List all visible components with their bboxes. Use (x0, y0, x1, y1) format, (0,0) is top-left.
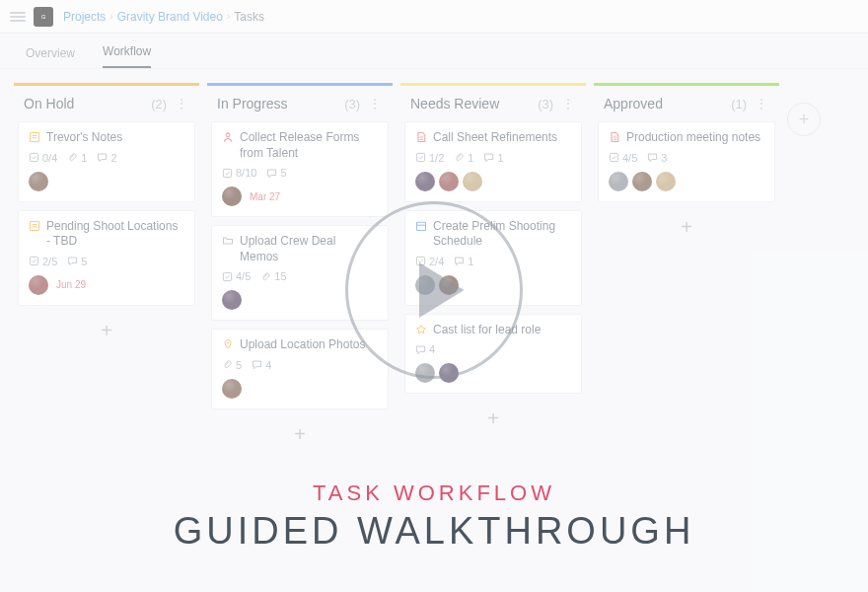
column-menu-icon[interactable]: ⋮ (561, 96, 576, 111)
kanban-column: On Hold 2 ⋮ Trevor's Notes 0/412 Pending… (14, 83, 199, 350)
svg-point-7 (227, 342, 229, 344)
view-tabs: Overview Workflow (0, 34, 868, 69)
card-footer (29, 172, 184, 191)
topbar: G Projects › Gravity Brand Video › Tasks (0, 0, 868, 34)
column-count: 1 (731, 97, 747, 111)
column-menu-icon[interactable]: ⋮ (368, 96, 383, 111)
due-date: Mar 27 (250, 191, 280, 202)
column-menu-icon[interactable]: ⋮ (755, 96, 769, 111)
card-title: Production meeting notes (626, 130, 760, 146)
card-stats: 1/211 (415, 152, 571, 164)
svg-rect-0 (31, 133, 39, 142)
card-stats: 0/412 (29, 152, 184, 164)
task-card[interactable]: Call Sheet Refinements 1/211 (404, 121, 582, 202)
stat-comments: 5 (266, 167, 286, 179)
play-icon (405, 256, 474, 325)
card-type-icon (29, 131, 40, 143)
column-title: Approved (604, 96, 663, 111)
stat-comments: 3 (647, 152, 667, 164)
column-header: Needs Review 3 ⋮ (400, 86, 586, 121)
stat-checks: 8/10 (222, 167, 256, 179)
card-footer (222, 379, 378, 399)
tab-workflow[interactable]: Workflow (103, 37, 151, 68)
stat-checks: 0/4 (29, 152, 57, 164)
column-title: Needs Review (410, 96, 499, 111)
chevron-right-icon: › (227, 11, 230, 22)
svg-rect-1 (30, 153, 37, 161)
stat-attachments: 1 (67, 152, 87, 164)
card-type-icon (609, 131, 620, 143)
column-header: On Hold 2 ⋮ (14, 86, 199, 121)
stat-checks: 4/5 (609, 152, 637, 164)
card-title: Call Sheet Refinements (433, 130, 557, 146)
breadcrumb-project[interactable]: Gravity Brand Video (117, 10, 223, 24)
breadcrumb: Projects › Gravity Brand Video › Tasks (63, 10, 264, 24)
card-footer: Mar 27 (222, 186, 378, 206)
task-card[interactable]: Collect Release Forms from Talent 8/105 … (211, 121, 389, 217)
card-type-icon (29, 220, 40, 232)
play-button[interactable] (345, 201, 523, 379)
add-card-button[interactable]: + (207, 417, 393, 454)
task-card[interactable]: Production meeting notes 4/53 (598, 121, 775, 202)
menu-icon[interactable] (10, 9, 26, 25)
stat-attachments: 15 (260, 270, 286, 282)
add-card-button[interactable]: + (594, 210, 779, 247)
stat-checks: 1/2 (415, 152, 444, 164)
task-card[interactable]: Trevor's Notes 0/412 (18, 121, 195, 202)
card-type-icon (222, 235, 234, 247)
overlay-title: GUIDED WALKTHROUGH (174, 510, 695, 553)
avatar (463, 172, 482, 191)
stat-comments: 5 (67, 256, 87, 267)
column-count: 3 (344, 97, 360, 111)
add-card-button[interactable]: + (400, 402, 586, 438)
avatar (222, 186, 242, 206)
avatar (29, 172, 48, 191)
breadcrumb-current: Tasks (234, 10, 264, 24)
avatar (609, 172, 628, 191)
stat-checks: 4/5 (222, 270, 251, 282)
chevron-right-icon: › (109, 11, 112, 22)
avatar (632, 172, 652, 191)
breadcrumb-projects[interactable]: Projects (63, 10, 106, 24)
svg-rect-11 (610, 153, 617, 161)
avatar (222, 379, 242, 399)
overlay-subtitle: TASK WORKFLOW (313, 481, 555, 506)
avatar (439, 172, 459, 191)
card-title: Collect Release Forms from Talent (240, 130, 378, 161)
stat-comments: 2 (97, 152, 116, 164)
avatar (415, 172, 435, 191)
add-card-button[interactable]: + (14, 314, 199, 350)
svg-rect-2 (31, 221, 39, 230)
card-title: Pending Shoot Locations - TBD (46, 219, 184, 250)
avatar (222, 290, 242, 310)
card-type-icon (222, 131, 234, 143)
tab-overview[interactable]: Overview (26, 38, 75, 68)
svg-marker-12 (419, 262, 465, 318)
column-count: 2 (151, 97, 167, 111)
card-stats: 54 (222, 359, 378, 371)
svg-rect-6 (223, 272, 231, 280)
kanban-column: Approved 1 ⋮ Production meeting notes 4/… (594, 83, 779, 247)
column-title: In Progress (217, 96, 288, 111)
card-type-icon (415, 131, 427, 143)
column-header: Approved 1 ⋮ (594, 86, 779, 121)
svg-point-4 (226, 133, 230, 137)
svg-rect-3 (30, 258, 37, 265)
brand-logo[interactable]: G (34, 7, 53, 27)
card-footer: Jun 29 (29, 275, 184, 295)
card-type-icon (222, 338, 234, 350)
svg-rect-8 (416, 153, 424, 161)
card-title: Trevor's Notes (46, 130, 122, 146)
add-column-button[interactable]: + (787, 103, 821, 136)
stat-attachments: 1 (454, 152, 473, 164)
stat-comments: 4 (252, 359, 271, 371)
task-card[interactable]: Pending Shoot Locations - TBD 2/55 Jun 2… (18, 210, 195, 306)
card-stats: 2/55 (29, 256, 184, 267)
svg-rect-5 (223, 169, 231, 177)
avatar (29, 275, 48, 295)
due-date: Jun 29 (56, 279, 86, 290)
avatar (656, 172, 676, 191)
card-stats: 4/53 (609, 152, 764, 164)
column-menu-icon[interactable]: ⋮ (175, 96, 189, 111)
column-header: In Progress 3 ⋮ (207, 86, 393, 121)
